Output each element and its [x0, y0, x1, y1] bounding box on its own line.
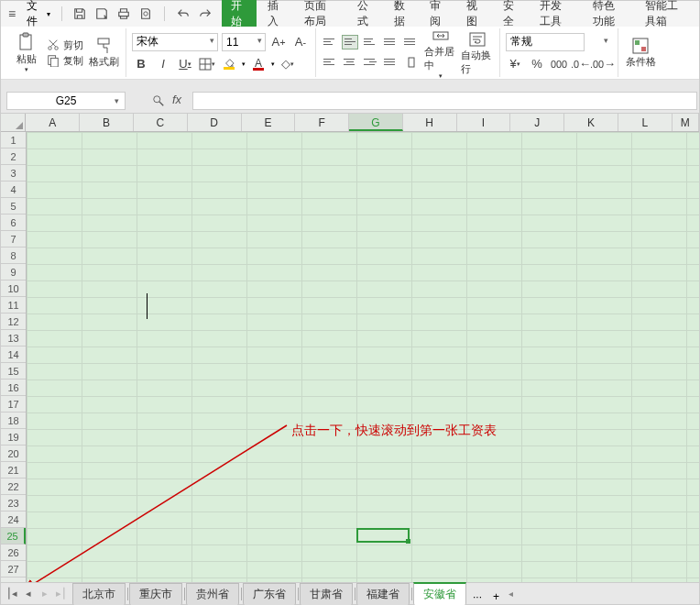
colhdr-M[interactable]: M: [673, 114, 699, 131]
underline-button[interactable]: U▾: [176, 55, 194, 73]
colhdr-G[interactable]: G: [349, 114, 403, 131]
rowhdr-21[interactable]: 21: [1, 462, 26, 478]
colhdr-D[interactable]: D: [188, 114, 242, 131]
cut-button[interactable]: 剪切: [47, 38, 83, 52]
font-increase-button[interactable]: A+: [269, 33, 288, 51]
copy-button[interactable]: 复制: [47, 54, 83, 68]
align-center-button[interactable]: [342, 55, 358, 70]
print-preview-icon[interactable]: [138, 6, 153, 21]
zoom-icon[interactable]: [150, 93, 167, 109]
redo-icon[interactable]: [198, 6, 213, 21]
fx-icon[interactable]: fx: [172, 93, 181, 109]
currency-button[interactable]: ¥▾: [506, 55, 524, 73]
print-icon[interactable]: [116, 6, 131, 21]
save-as-icon[interactable]: [94, 6, 109, 21]
rowhdr-9[interactable]: 9: [1, 264, 26, 280]
orientation-button[interactable]: [402, 53, 421, 72]
align-middle-button[interactable]: [342, 35, 358, 50]
menu-icon[interactable]: ≡: [5, 6, 19, 21]
percent-button[interactable]: %: [528, 55, 546, 73]
undo-icon[interactable]: [176, 6, 191, 21]
first-sheet-button[interactable]: ⎮◂: [5, 586, 19, 602]
align-left-button[interactable]: [322, 55, 338, 70]
distribute-button[interactable]: [382, 55, 399, 70]
rowhdr-16[interactable]: 16: [1, 380, 26, 396]
rowhdr-1[interactable]: 1: [1, 132, 26, 148]
rowhdr-13[interactable]: 13: [1, 330, 26, 346]
auto-wrap-button[interactable]: 自动换行: [461, 30, 494, 76]
rowhdr-4[interactable]: 4: [1, 182, 26, 198]
rowhdr-18[interactable]: 18: [1, 412, 26, 429]
italic-button[interactable]: I: [154, 55, 172, 73]
sheet-tab-anhui[interactable]: 安徽省: [413, 582, 466, 605]
rowhdr-23[interactable]: 23: [1, 495, 26, 512]
rowhdr-15[interactable]: 15: [1, 363, 26, 380]
number-format-select[interactable]: [506, 33, 585, 51]
next-sheet-button[interactable]: ▸: [38, 586, 52, 602]
font-size-select[interactable]: [222, 33, 266, 51]
rowhdr-10[interactable]: 10: [1, 280, 26, 297]
rowhdr-8[interactable]: 8: [1, 248, 26, 264]
prev-sheet-button[interactable]: ◂: [21, 586, 36, 602]
formula-input[interactable]: [192, 92, 697, 110]
rowhdr-17[interactable]: 17: [1, 396, 26, 412]
sheet-tab-beijing[interactable]: 北京市: [72, 583, 126, 605]
rowhdr-24[interactable]: 24: [1, 512, 26, 528]
border-button[interactable]: ▾: [198, 55, 216, 73]
sheet-tab-gansu[interactable]: 甘肃省: [300, 583, 353, 605]
sheet-tab-guizhou[interactable]: 贵州省: [186, 583, 239, 605]
colhdr-H[interactable]: H: [403, 114, 457, 131]
rowhdr-12[interactable]: 12: [1, 314, 26, 330]
sheet-tab-fujian[interactable]: 福建省: [356, 583, 410, 605]
indent-increase-button[interactable]: [402, 35, 419, 50]
select-all-corner[interactable]: [1, 114, 26, 131]
cells-area[interactable]: 点击一下，快速滚动到第一张工资表: [27, 132, 699, 582]
colhdr-C[interactable]: C: [134, 114, 188, 131]
colhdr-I[interactable]: I: [457, 114, 511, 131]
paste-button[interactable]: 粘贴▾: [10, 32, 43, 73]
decimal-increase-button[interactable]: .0←: [572, 55, 590, 73]
rowhdr-3[interactable]: 3: [1, 165, 26, 182]
colhdr-L[interactable]: L: [618, 114, 673, 131]
rowhdr-6[interactable]: 6: [1, 214, 26, 231]
more-sheets-button[interactable]: ···: [467, 588, 487, 605]
font-decrease-button[interactable]: A-: [291, 33, 310, 51]
rowhdr-27[interactable]: 27: [1, 561, 26, 578]
phonetic-button[interactable]: ◇▾: [279, 55, 297, 73]
indent-decrease-button[interactable]: [382, 35, 399, 50]
merge-center-button[interactable]: 合并居中▾: [424, 27, 457, 80]
decimal-decrease-button[interactable]: .00→: [594, 55, 612, 73]
sheet-tab-guangdong[interactable]: 广东省: [243, 583, 296, 605]
align-top-button[interactable]: [322, 35, 338, 50]
rowhdr-7[interactable]: 7: [1, 231, 26, 248]
bold-button[interactable]: B: [132, 55, 150, 73]
rowhdr-26[interactable]: 26: [1, 544, 26, 561]
rowhdr-19[interactable]: 19: [1, 429, 26, 446]
hscroll-area[interactable]: ◂: [505, 588, 699, 599]
save-icon[interactable]: [72, 6, 87, 21]
colhdr-E[interactable]: E: [242, 114, 296, 131]
rowhdr-14[interactable]: 14: [1, 346, 26, 363]
rowhdr-5[interactable]: 5: [1, 198, 26, 214]
font-color-button[interactable]: A: [249, 55, 268, 73]
rowhdr-28[interactable]: 28: [1, 578, 26, 582]
rowhdr-22[interactable]: 22: [1, 478, 26, 495]
rowhdr-20[interactable]: 20: [1, 446, 26, 462]
conditional-format-button[interactable]: 条件格: [624, 37, 657, 69]
rowhdr-25[interactable]: 25: [1, 528, 26, 544]
font-family-select[interactable]: [132, 33, 218, 51]
colhdr-A[interactable]: A: [26, 114, 80, 131]
colhdr-K[interactable]: K: [564, 114, 618, 131]
colhdr-F[interactable]: F: [295, 114, 349, 131]
last-sheet-button[interactable]: ▸⎮: [54, 586, 69, 602]
colhdr-B[interactable]: B: [80, 114, 134, 131]
add-sheet-button[interactable]: +: [487, 588, 505, 605]
sheet-tab-chongqing[interactable]: 重庆市: [129, 583, 182, 605]
comma-button[interactable]: 000: [550, 55, 568, 73]
name-box-dropdown-icon[interactable]: ▾: [115, 96, 119, 105]
rowhdr-2[interactable]: 2: [1, 148, 26, 165]
fill-color-button[interactable]: [220, 55, 238, 73]
rowhdr-11[interactable]: 11: [1, 297, 26, 314]
colhdr-J[interactable]: J: [510, 114, 564, 131]
align-right-button[interactable]: [362, 55, 378, 70]
